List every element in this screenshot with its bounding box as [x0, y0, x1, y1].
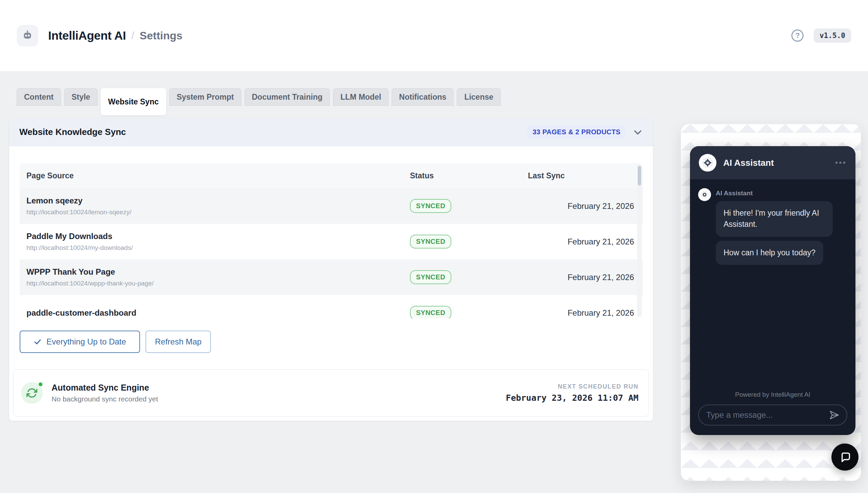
tab-label: Content: [24, 93, 54, 102]
message-bubble: How can I help you today?: [716, 241, 823, 265]
chat-bubble-icon: [838, 450, 852, 464]
status-badge: SYNCED: [410, 199, 451, 213]
robot-icon: [22, 29, 33, 42]
scrollbar-thumb[interactable]: [638, 166, 641, 185]
page-source-table[interactable]: Page Source Status Last Sync Lemon sqeez…: [20, 163, 643, 318]
sync-panel-title: Website Knowledge Sync: [19, 127, 126, 137]
row-title: paddle-customer-dashboard: [26, 308, 410, 318]
help-icon[interactable]: ?: [791, 29, 804, 42]
sync-panel-header[interactable]: Website Knowledge Sync 33 PAGES & 2 PROD…: [9, 118, 653, 146]
column-header-page-source: Page Source: [26, 171, 410, 180]
refresh-icon: [26, 388, 37, 398]
message-group: AI Assistant Hi there! I'm your friendly…: [698, 188, 847, 265]
last-sync-date: February 21, 2026: [528, 273, 634, 282]
chat-menu-button[interactable]: •••: [835, 158, 847, 167]
everything-up-to-date-button[interactable]: Everything Up to Date: [20, 331, 140, 353]
column-header-status: Status: [410, 171, 528, 180]
tab-website-sync[interactable]: Website Sync: [101, 88, 166, 115]
gear-icon: [702, 157, 714, 169]
sync-engine-section: Automated Sync Engine No background sync…: [13, 369, 649, 417]
table-row: Lemon sqeezy http://localhost:10024/lemo…: [20, 188, 643, 224]
chevron-down-icon[interactable]: [633, 127, 643, 137]
chat-footer: Powered by IntelliAgent AI: [690, 391, 855, 435]
settings-tabs: Content Style Website Sync System Prompt…: [17, 88, 868, 117]
settings-page: IntelliAgent AI / Settings ? v1.5.0 Cont…: [0, 0, 868, 493]
chat-body: AI Assistant Hi there! I'm your friendly…: [690, 179, 855, 391]
row-url: http://localhost:10024/wppp-thank-you-pa…: [26, 280, 410, 287]
tab-license[interactable]: License: [457, 88, 501, 106]
message-bubble: Hi there! I'm your friendly AI Assistant…: [716, 201, 833, 237]
last-sync-date: February 21, 2026: [528, 201, 634, 211]
tab-document-training[interactable]: Document Training: [244, 88, 330, 106]
status-badge: SYNCED: [410, 235, 451, 249]
version-badge: v1.5.0: [814, 28, 851, 43]
page-title: Settings: [140, 29, 182, 42]
app-title: IntelliAgent AI: [48, 29, 126, 42]
tab-notifications[interactable]: Notifications: [392, 88, 454, 106]
table-header-row: Page Source Status Last Sync: [20, 163, 643, 188]
row-title: WPPP Thank You Page: [26, 267, 410, 277]
app-header: IntelliAgent AI / Settings ? v1.5.0: [0, 0, 868, 71]
website-sync-card: Website Knowledge Sync 33 PAGES & 2 PROD…: [9, 118, 653, 421]
tab-label: Style: [72, 93, 90, 102]
row-title: Lemon sqeezy: [26, 196, 410, 205]
assistant-avatar: [699, 154, 716, 172]
tab-label: Document Training: [252, 93, 322, 102]
header-actions: ? v1.5.0: [791, 28, 851, 43]
sync-engine-subtitle: No background sync recorded yet: [52, 395, 158, 403]
next-run-label: NEXT SCHEDULED RUN: [506, 383, 638, 390]
chat-launcher-button[interactable]: [831, 443, 859, 471]
row-url: http://localhost:10024/lemon-sqeezy/: [26, 209, 410, 216]
sync-panel-content: Page Source Status Last Sync Lemon sqeez…: [9, 146, 653, 369]
send-icon[interactable]: [829, 410, 839, 420]
status-dot: [38, 381, 43, 387]
gear-icon: [700, 190, 709, 199]
dots-icon: •••: [835, 158, 847, 167]
refresh-map-button[interactable]: Refresh Map: [145, 331, 211, 353]
sync-engine-icon: [21, 382, 43, 404]
refresh-map-label: Refresh Map: [155, 337, 201, 347]
tab-system-prompt[interactable]: System Prompt: [169, 88, 241, 106]
tab-llm-model[interactable]: LLM Model: [333, 88, 389, 106]
column-header-last-sync: Last Sync: [528, 171, 634, 180]
status-badge: SYNCED: [410, 306, 451, 318]
help-glyph: ?: [795, 31, 800, 40]
tab-label: LLM Model: [340, 93, 381, 102]
check-icon: [34, 338, 42, 346]
table-row: Paddle My Downloads http://localhost:100…: [20, 224, 643, 259]
breadcrumb-separator: /: [131, 30, 134, 41]
tab-style[interactable]: Style: [64, 88, 98, 106]
app-logo: [17, 25, 38, 46]
chat-header: AI Assistant •••: [690, 146, 855, 179]
chat-widget: AI Assistant ••• AI Assistant: [690, 146, 855, 435]
table-row: WPPP Thank You Page http://localhost:100…: [20, 259, 643, 295]
last-sync-date: February 21, 2026: [528, 308, 634, 318]
row-url: http://localhost:10024/my-downloads/: [26, 244, 410, 252]
powered-by: Powered by IntelliAgent AI: [698, 391, 847, 398]
tab-content[interactable]: Content: [17, 88, 61, 106]
message-input[interactable]: [706, 410, 825, 420]
pages-products-badge: 33 PAGES & 2 PRODUCTS: [527, 125, 626, 139]
last-sync-date: February 21, 2026: [528, 237, 634, 246]
tab-label: System Prompt: [177, 93, 234, 102]
table-scrollbar[interactable]: [637, 164, 642, 317]
message-avatar: [698, 188, 711, 201]
sync-engine-title: Automated Sync Engine: [52, 383, 158, 393]
up-to-date-label: Everything Up to Date: [46, 337, 126, 347]
tab-label: Notifications: [399, 93, 446, 102]
sync-actions: Everything Up to Date Refresh Map: [20, 331, 643, 353]
message-sender: AI Assistant: [716, 190, 753, 197]
tab-label: License: [464, 93, 493, 102]
next-run-time: February 23, 2026 11:07 AM: [506, 393, 638, 403]
status-badge: SYNCED: [410, 270, 451, 284]
breadcrumb: IntelliAgent AI / Settings: [48, 29, 182, 42]
message-input-wrap: [698, 405, 847, 426]
row-title: Paddle My Downloads: [26, 232, 410, 241]
tab-label: Website Sync: [108, 97, 159, 106]
table-row: paddle-customer-dashboard SYNCED Februar…: [20, 295, 643, 318]
chat-preview-panel: AI Assistant ••• AI Assistant: [681, 124, 861, 481]
chat-title: AI Assistant: [723, 158, 774, 168]
